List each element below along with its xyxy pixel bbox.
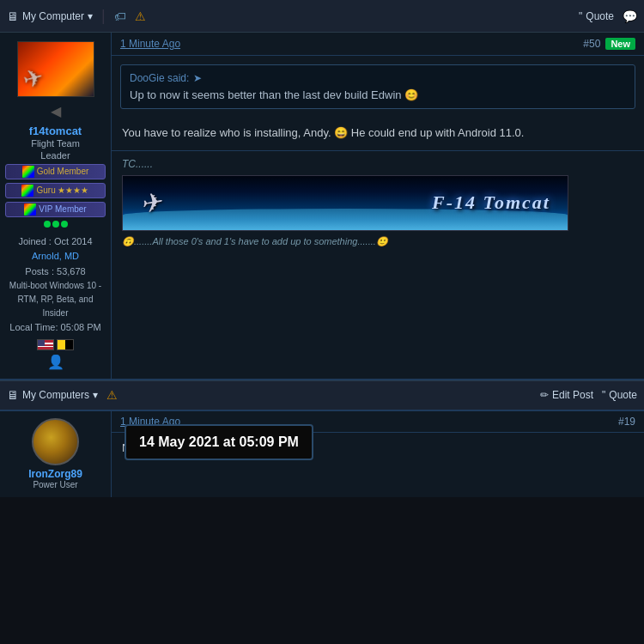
second-post: IronZorg89 Power User 1 Minute Ago #19 N… <box>0 411 644 497</box>
second-username: IronZorg89 <box>28 468 82 480</box>
flags-container <box>37 339 74 350</box>
top-toolbar: 🖥 My Computer ▾ | 🏷 ⚠ " Quote 💬 <box>0 0 644 33</box>
post-header: 1 Minute Ago #50 New <box>112 33 644 56</box>
quote-block: DooGie said: ➤ Up to now it seems better… <box>120 64 635 109</box>
chevron-icon: ▾ <box>88 10 93 22</box>
sig-banner-title: F-14 Tomcat <box>432 191 550 214</box>
signature: TC...... ✈ F-14 Tomcat 🙃.......All those… <box>112 150 644 254</box>
posts-count: Posts : 53,678 <box>5 264 106 280</box>
user-stats: Joined : Oct 2014 Arnold, MD Posts : 53,… <box>5 234 106 336</box>
warn-icon-bottom[interactable]: ⚠ <box>106 388 118 402</box>
post-number-wrap: #50 New <box>583 38 635 50</box>
tooltip-text: 14 May 2021 at 05:09 PM <box>139 434 299 449</box>
second-avatar <box>32 418 79 465</box>
quote-button[interactable]: " Quote <box>579 10 614 22</box>
system-info: Multi-boot Windows 10 - RTM, RP, Beta, a… <box>5 279 106 320</box>
post-number: #50 <box>583 38 600 50</box>
online-status-icon: 👤 <box>47 354 64 370</box>
rep-dot-1 <box>44 221 51 228</box>
post-50: ✈ ◀ f14tomcat Flight Team Leader Gold Me… <box>0 33 644 380</box>
divider: | <box>101 7 106 25</box>
monitor-icon-bottom: 🖥 <box>7 388 19 402</box>
quote-author-name: DooGie said: <box>130 72 189 84</box>
local-time: Local Time: 05:08 PM <box>5 320 106 336</box>
toolbar-left: 🖥 My Computer ▾ | 🏷 ⚠ <box>7 7 146 25</box>
username: f14tomcat <box>29 125 82 137</box>
edit-post-button[interactable]: ✏ Edit Post <box>540 389 593 401</box>
quote-mark-icon: " <box>579 10 582 22</box>
my-computers-button[interactable]: 🖥 My Computers ▾ <box>7 388 98 402</box>
chat-icon[interactable]: 💬 <box>623 9 637 23</box>
quote-post-button[interactable]: " Quote <box>602 389 637 401</box>
quote-arrow-icon: ➤ <box>193 72 202 84</box>
guru-badge: Guru ★★★★ <box>5 183 106 198</box>
post-timestamp[interactable]: 1 Minute Ago <box>120 38 180 50</box>
tag-icon[interactable]: 🏷 <box>114 9 126 23</box>
second-post-number: #19 <box>618 416 635 428</box>
avatar: ✈ <box>17 41 94 97</box>
quote-label: Quote <box>586 10 614 22</box>
windows-logo-icon <box>22 166 34 178</box>
second-post-sidebar: IronZorg89 Power User <box>0 411 112 497</box>
new-badge: New <box>605 38 635 50</box>
reputation-bar <box>44 221 68 228</box>
bottom-toolbar-left: 🖥 My Computers ▾ ⚠ <box>7 388 118 402</box>
quote-text: Up to now it seems better than the last … <box>130 88 626 101</box>
my-computer-button[interactable]: 🖥 My Computer ▾ <box>7 9 93 23</box>
monitor-icon: 🖥 <box>7 9 19 23</box>
sig-prefix: TC...... <box>122 158 634 170</box>
my-computers-label: My Computers <box>22 389 89 401</box>
edit-icon: ✏ <box>540 389 549 401</box>
vip-label: VIP Member <box>39 204 86 214</box>
gold-member-badge: Gold Member <box>5 164 106 179</box>
md-flag <box>57 339 74 350</box>
gold-label: Gold Member <box>37 167 89 176</box>
second-post-content: 1 Minute Ago #19 Not holdin my breath...… <box>112 411 644 497</box>
us-flag <box>37 339 54 350</box>
user-title-2: Leader <box>40 149 70 161</box>
location: Arnold, MD <box>5 249 106 264</box>
post-content: 1 Minute Ago #50 New DooGie said: ➤ Up t… <box>112 33 644 379</box>
user-title-1: Flight Team <box>31 137 80 149</box>
collapse-arrow[interactable]: ◀ <box>51 103 61 119</box>
datetime-tooltip: 14 May 2021 at 05:09 PM <box>125 424 313 460</box>
quote-author: DooGie said: ➤ <box>130 72 626 84</box>
vip-badge: VIP Member <box>5 202 106 217</box>
second-user-title: Power User <box>33 480 77 489</box>
plane-icon: ✈ <box>137 186 164 220</box>
toolbar-right: " Quote 💬 <box>579 9 637 23</box>
quote-label-bottom: Quote <box>609 389 637 401</box>
rep-dot-2 <box>52 221 59 228</box>
post-body: You have to realize who is installing, A… <box>112 118 644 150</box>
warn-icon[interactable]: ⚠ <box>135 9 146 23</box>
sig-caption: 🙃.......All those 0's and 1's have to ad… <box>122 236 634 247</box>
sig-banner: ✈ F-14 Tomcat <box>122 175 568 231</box>
bottom-toolbar: 🖥 My Computers ▾ ⚠ ✏ Edit Post " Quote <box>0 380 644 411</box>
bottom-toolbar-right: ✏ Edit Post " Quote <box>540 389 637 401</box>
edit-post-label: Edit Post <box>552 389 593 401</box>
joined-date: Joined : Oct 2014 <box>5 234 106 250</box>
my-computer-label: My Computer <box>22 10 84 22</box>
chevron-icon-bottom: ▾ <box>93 389 98 401</box>
windows-logo-icon-2 <box>21 185 33 197</box>
guru-label: Guru ★★★★ <box>36 185 88 195</box>
post-sidebar: ✈ ◀ f14tomcat Flight Team Leader Gold Me… <box>0 33 112 379</box>
rep-dot-3 <box>61 221 68 228</box>
quote-icon-bottom: " <box>602 389 605 401</box>
windows-logo-icon-3 <box>24 204 36 216</box>
